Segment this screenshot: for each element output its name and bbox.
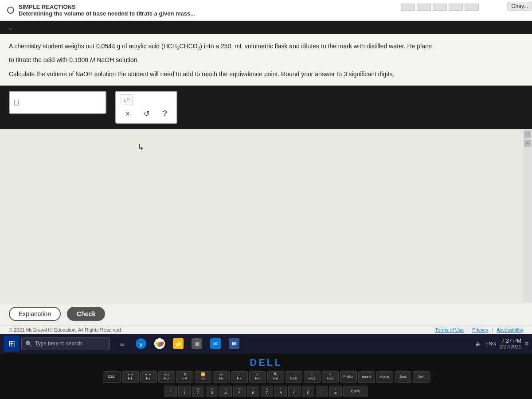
key-f2[interactable]: ►►F2: [140, 371, 157, 383]
key-f12[interactable]: ☀F12: [322, 371, 339, 383]
undo-button[interactable]: ↺: [139, 108, 153, 120]
key-f3[interactable]: ◄⦿F3: [158, 371, 175, 383]
workspace: ↳ □ A: [0, 129, 532, 302]
progress-seg-2: [417, 4, 431, 11]
key-esc[interactable]: Esc: [103, 371, 121, 383]
taskbar-search[interactable]: 🔍 Type here to search: [21, 337, 110, 350]
privacy-link[interactable]: Privacy: [472, 327, 488, 332]
problem-line-2: to titrate the acid with 0.1900 M NaOH s…: [9, 55, 523, 65]
key-tilde[interactable]: ~`: [164, 386, 177, 397]
key-f11[interactable]: ☀F11: [304, 371, 321, 383]
key-1[interactable]: !1: [178, 386, 191, 397]
key-equals[interactable]: +=: [329, 386, 342, 397]
multiply-button[interactable]: ×: [121, 108, 135, 120]
taskbar-search-placeholder: Type here to search: [35, 340, 82, 347]
side-icon-1[interactable]: □: [524, 131, 531, 138]
key-8[interactable]: *8: [274, 386, 287, 397]
answer-input[interactable]: [22, 98, 111, 106]
app5-button[interactable]: ▦: [188, 335, 206, 352]
chrome-button[interactable]: [151, 335, 168, 352]
cursor: ↳: [137, 142, 144, 152]
function-key-row: Esc ◄◄F1 ►►F2 ◄⦿F3 ⏸F4 ⏩F5 ⏭F6 □F7 ⎙F8 🔍…: [0, 370, 532, 383]
progress-seg-1: [401, 4, 415, 11]
input-cursor-icon: ⎕: [14, 98, 19, 106]
key-5[interactable]: %5: [233, 386, 246, 397]
progress-seg-3: [433, 4, 447, 11]
key-backspace[interactable]: Back: [343, 386, 368, 397]
key-f8[interactable]: ⎙F8: [249, 371, 266, 383]
taskview-button[interactable]: ⎂: [113, 335, 131, 352]
taskbar-apps: ⎂ e 📁: [113, 335, 243, 352]
chemical-formula: (HCH2CHCO2): [161, 43, 204, 50]
superscript-button[interactable]: □□: [121, 94, 133, 105]
problem-line-1: A chemistry student weighs out 0.0544 g …: [9, 41, 523, 52]
clock: 7:37 PM 2/27/2021: [500, 338, 521, 349]
collapse-button[interactable]: ⌄: [0, 21, 532, 34]
key-prtscr[interactable]: PrtScr: [340, 371, 357, 383]
key-end[interactable]: End: [395, 371, 411, 383]
side-icon-2[interactable]: A: [524, 140, 531, 147]
start-button[interactable]: ⊞: [4, 336, 20, 352]
key-f5[interactable]: ⏩F5: [195, 371, 211, 383]
answer-input-container[interactable]: ⎕ mL: [9, 91, 106, 114]
number-key-row: ~` !1 @2 #3 $4 %5 ^6 &7 *8 (9 )0 _- += B…: [0, 385, 532, 398]
toolbar-row-2: × ↺ ?: [121, 108, 172, 120]
key-del[interactable]: Del: [413, 371, 430, 383]
side-panel: □ A: [523, 129, 532, 302]
taskbar-right: 🔈 ENG 7:37 PM 2/27/2021 ≡: [475, 338, 528, 349]
key-home[interactable]: Home: [376, 371, 393, 383]
key-6[interactable]: ^6: [247, 386, 259, 397]
key-4[interactable]: $4: [219, 386, 232, 397]
dell-logo: DELL: [0, 356, 532, 370]
key-9[interactable]: (9: [288, 386, 301, 397]
problem-text: A chemistry student weighs out 0.0544 g …: [0, 34, 532, 86]
problem-line-3: Calculate the volume of NaOH solution th…: [9, 69, 523, 79]
progress-seg-4: [449, 4, 463, 11]
app-title: SIMPLE REACTIONS: [19, 4, 195, 10]
time-display: 7:37 PM: [500, 338, 521, 344]
language-indicator: ENG: [485, 341, 496, 346]
user-badge: Ghay...: [507, 2, 532, 11]
battery-icon: 🔈: [475, 340, 482, 347]
app-subtitle: Determining the volume of base needed to…: [19, 10, 195, 17]
key-0[interactable]: )0: [302, 386, 314, 397]
key-f4[interactable]: ⏸F4: [176, 371, 193, 383]
progress-seg-5: [465, 4, 479, 11]
mail-button[interactable]: ✉: [207, 335, 224, 352]
check-button[interactable]: Check: [67, 307, 105, 321]
key-insert[interactable]: Insert: [358, 371, 375, 383]
key-minus[interactable]: _-: [316, 386, 328, 397]
word-button[interactable]: W: [225, 335, 243, 352]
key-f10[interactable]: —F10: [286, 371, 302, 383]
app-header: SIMPLE REACTIONS Determining the volume …: [0, 0, 532, 21]
input-section: ⎕ mL □□ × ↺ ?: [0, 86, 532, 129]
key-f6[interactable]: ⏭F6: [213, 371, 230, 383]
fileexplorer-button[interactable]: 📁: [169, 335, 187, 352]
key-2[interactable]: @2: [192, 386, 204, 397]
key-f7[interactable]: □F7: [231, 371, 248, 383]
explanation-button[interactable]: Explanation: [9, 307, 61, 321]
app-icon: [7, 7, 14, 14]
copyright-text: © 2021 McGraw-Hill Education. All Rights…: [9, 327, 122, 332]
footer: © 2021 McGraw-Hill Education. All Rights…: [0, 325, 532, 334]
edge-button[interactable]: e: [132, 335, 150, 352]
date-display: 2/27/2021: [500, 344, 521, 349]
key-f9[interactable]: 🔍F9: [267, 371, 284, 383]
keyboard-area: DELL Esc ◄◄F1 ►►F2 ◄⦿F3 ⏸F4 ⏩F5 ⏭F6 □F7 …: [0, 353, 532, 399]
notification-icon[interactable]: ≡: [525, 340, 528, 347]
taskbar: ⊞ 🔍 Type here to search ⎂ e: [0, 334, 532, 353]
math-toolbar: □□ × ↺ ?: [115, 91, 177, 124]
terms-link[interactable]: Terms of Use: [435, 327, 464, 332]
action-bar: Explanation Check: [0, 302, 532, 325]
footer-links: Terms of Use | Privacy | Accessibility: [435, 327, 523, 332]
toolbar-row-1: □□: [121, 94, 172, 105]
key-f1[interactable]: ◄◄F1: [122, 371, 139, 383]
help-button[interactable]: ?: [158, 108, 172, 120]
accessibility-link[interactable]: Accessibility: [497, 327, 523, 332]
key-7[interactable]: &7: [261, 386, 273, 397]
key-3[interactable]: #3: [206, 386, 218, 397]
progress-bar: [401, 4, 479, 11]
